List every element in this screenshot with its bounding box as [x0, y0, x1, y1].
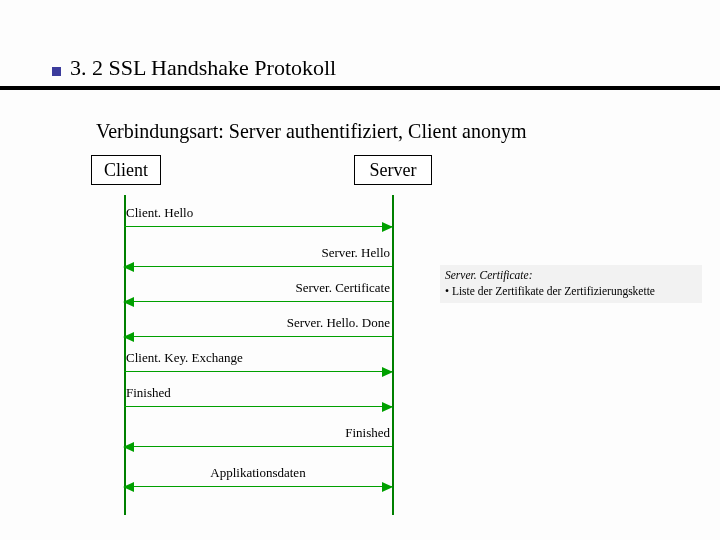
msg-server-hello-done: Server. Hello. Done — [124, 315, 392, 343]
slide-subtitle: Verbindungsart: Server authentifiziert, … — [96, 120, 526, 143]
title-rule — [0, 86, 720, 90]
msg-server-certificate: Server. Certificate — [124, 280, 392, 308]
msg-server-hello: Server. Hello — [124, 245, 392, 273]
msg-client-key-exchange-label: Client. Key. Exchange — [126, 350, 243, 366]
arrowhead-left-icon — [123, 262, 134, 272]
slide: 3. 2 SSL Handshake Protokoll Verbindungs… — [0, 0, 720, 540]
arrowhead-left-icon — [123, 297, 134, 307]
arrow-line — [124, 266, 392, 267]
participant-client: Client — [91, 155, 161, 185]
arrowhead-right-icon — [382, 482, 393, 492]
participant-server: Server — [354, 155, 432, 185]
msg-server-certificate-label: Server. Certificate — [295, 280, 390, 296]
arrowhead-left-icon — [123, 442, 134, 452]
msg-client-hello-label: Client. Hello — [126, 205, 193, 221]
slide-title: 3. 2 SSL Handshake Protokoll — [70, 55, 336, 81]
arrow-line — [124, 486, 392, 487]
arrow-line — [124, 446, 392, 447]
arrow-line — [124, 371, 392, 372]
msg-server-hello-done-label: Server. Hello. Done — [287, 315, 390, 331]
participant-client-label: Client — [104, 160, 148, 181]
note-heading: Server. Certificate: — [445, 268, 697, 284]
arrowhead-left-icon — [123, 332, 134, 342]
arrowhead-left-icon — [123, 482, 134, 492]
arrow-line — [124, 226, 392, 227]
arrow-line — [124, 301, 392, 302]
msg-app-data: Applikationsdaten — [124, 465, 392, 493]
msg-finished-client: Finished — [124, 385, 392, 413]
msg-client-key-exchange: Client. Key. Exchange — [124, 350, 392, 378]
title-bullet-icon — [52, 67, 61, 76]
note-line: • Liste der Zertifikate der Zertifizieru… — [445, 284, 697, 300]
lifeline-server — [392, 195, 394, 515]
arrow-line — [124, 336, 392, 337]
msg-app-data-label: Applikationsdaten — [124, 465, 392, 481]
participant-server-label: Server — [370, 160, 417, 181]
msg-client-hello: Client. Hello — [124, 205, 392, 233]
msg-finished-client-label: Finished — [126, 385, 171, 401]
arrow-line — [124, 406, 392, 407]
msg-server-hello-label: Server. Hello — [321, 245, 390, 261]
arrowhead-right-icon — [382, 367, 393, 377]
arrowhead-right-icon — [382, 222, 393, 232]
msg-finished-server: Finished — [124, 425, 392, 453]
note-server-certificate: Server. Certificate: • Liste der Zertifi… — [440, 265, 702, 303]
msg-finished-server-label: Finished — [345, 425, 390, 441]
arrowhead-right-icon — [382, 402, 393, 412]
sequence-diagram: Client Server Client. Hello Server. Hell… — [96, 155, 426, 515]
